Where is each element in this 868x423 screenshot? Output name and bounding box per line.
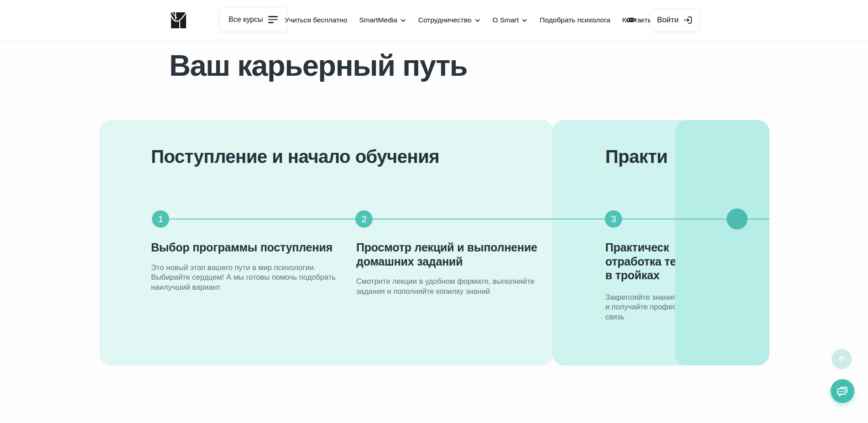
chat-button[interactable] xyxy=(831,379,854,403)
nav-label: Подобрать психолога xyxy=(540,16,610,24)
step-circle-2: 2 xyxy=(355,210,373,228)
nav-label: О Smart xyxy=(493,16,519,24)
step-2-column: Просмотр лекций и выполнение домашних за… xyxy=(356,240,552,297)
hamburger-menu-icon xyxy=(268,16,278,23)
eye-icon xyxy=(625,14,637,26)
login-label: Войти xyxy=(657,16,679,25)
nav-label: Учиться бесплатно xyxy=(285,16,347,24)
chevron-down-icon xyxy=(521,17,528,24)
chat-bubbles-icon xyxy=(836,384,849,398)
nav-item-about-smart[interactable]: О Smart xyxy=(493,16,528,24)
all-courses-button[interactable]: Все курсы xyxy=(219,7,287,32)
step-1-column: Выбор программы поступления Это новый эт… xyxy=(151,240,352,292)
chevron-down-icon xyxy=(474,17,481,24)
step-1-description: Это новый этап вашего пути в мир психоло… xyxy=(151,263,336,293)
page-title: Ваш карьерный путь xyxy=(169,48,467,83)
nav-item-cooperation[interactable]: Сотрудничество xyxy=(418,16,481,24)
nav-label: Сотрудничество xyxy=(418,16,472,24)
card-overlay-next xyxy=(675,120,769,366)
accessibility-eye-button[interactable] xyxy=(625,14,637,26)
step-2-description: Смотрите лекции в удобном формате, выпол… xyxy=(356,277,539,297)
step-number: 1 xyxy=(158,214,163,225)
arrow-up-icon xyxy=(837,354,847,364)
brand-logo-icon xyxy=(169,11,187,29)
step-2-title: Просмотр лекций и выполнение домашних за… xyxy=(356,240,552,268)
main-nav: Учиться бесплатно SmartMedia Сотрудничес… xyxy=(285,0,653,40)
card-admission-title: Поступление и начало обучения xyxy=(151,146,439,167)
scroll-top-button[interactable] xyxy=(832,349,852,369)
brand-logo[interactable] xyxy=(169,11,187,29)
step-number: 2 xyxy=(361,214,366,225)
login-button[interactable]: Войти xyxy=(650,8,699,31)
card-practice-title: Практи xyxy=(605,146,668,167)
header: Все курсы Учиться бесплатно SmartMedia С… xyxy=(0,0,868,40)
page: Все курсы Учиться бесплатно SmartMedia С… xyxy=(0,0,868,423)
nav-item-smartmedia[interactable]: SmartMedia xyxy=(359,16,406,24)
step-1-title: Выбор программы поступления xyxy=(151,240,352,255)
login-arrow-icon xyxy=(683,15,693,25)
timeline-line xyxy=(161,219,769,219)
step-circle-4 xyxy=(727,209,748,230)
nav-item-learn-free[interactable]: Учиться бесплатно xyxy=(285,16,347,24)
all-courses-label: Все курсы xyxy=(229,16,263,24)
chevron-down-icon xyxy=(400,17,406,24)
step-circle-3: 3 xyxy=(605,210,622,228)
nav-item-find-psychologist[interactable]: Подобрать психолога xyxy=(540,16,610,24)
step-number: 3 xyxy=(611,214,616,225)
nav-label: SmartMedia xyxy=(359,16,397,24)
step-circle-1: 1 xyxy=(152,210,169,228)
career-path-section: Поступление и начало обучения Практи Пра… xyxy=(99,120,769,366)
